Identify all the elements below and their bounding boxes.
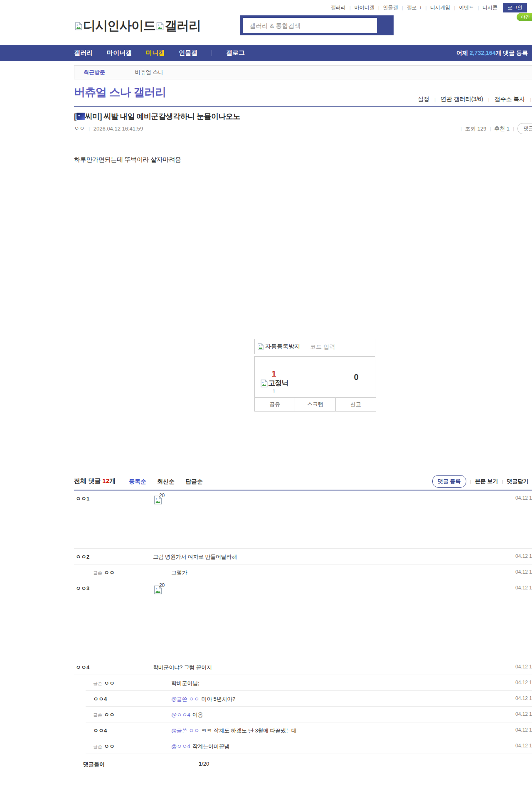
downvote-count: 0: [354, 372, 358, 382]
post-author[interactable]: ㅇㅇ: [74, 125, 85, 132]
recent-visit-gallery[interactable]: 버츄얼 스나: [135, 69, 164, 75]
register-comment-button[interactable]: 댓글 등록: [432, 475, 466, 488]
author-badge: 글쓴: [93, 681, 102, 686]
comment-nickname[interactable]: ㅇㅇ4: [93, 695, 107, 703]
close-comments-button[interactable]: 댓글닫기: [507, 478, 528, 485]
view-count: 조회 129: [465, 125, 486, 133]
main-nav-bar: 갤러리 마이너갤 미니갤 인물갤 갤로그 어제 2,732,164개 댓글 등록: [0, 45, 532, 61]
comment-text: 작계는이미끝냄: [192, 743, 230, 749]
recent-visit-label[interactable]: 최근방문: [84, 69, 105, 75]
comment-stats: 어제 2,732,164개 댓글 등록: [456, 45, 528, 61]
nav-item-gallog[interactable]: 갤로그: [226, 49, 245, 57]
comment-reply-row: 글쓴ㅇㅇ 학비군아님; 04.12 16:4: [86, 675, 532, 691]
related-galleries-link[interactable]: 연관 갤러리(3/6): [441, 96, 483, 103]
comment-paging: 댓글돌이 1/20: [74, 754, 532, 772]
comment-nickname[interactable]: 글쓴ㅇㅇ: [93, 680, 115, 687]
post-title: [씨미] 씨발 내일 예비군갈생각하니 눈물이나오노: [74, 111, 240, 121]
comment-row: ㅇㅇ3 20 04.12 16: [74, 580, 532, 659]
comments-section: 전체 댓글 12개 등록순 최신순 답글순 댓글 등록 본문 보기 댓글닫기 ㅇ…: [74, 476, 532, 772]
sort-by-replies[interactable]: 답글순: [185, 478, 203, 486]
post-meta-right: 조회 129 추천 1 댓글닫기: [461, 123, 532, 134]
view-post-button[interactable]: 본문 보기: [475, 478, 498, 485]
post-action-row: 공유 스크랩 신고: [254, 397, 376, 412]
post-header: [씨미] 씨발 내일 예비군갈생각하니 눈물이나오노 ㅇㅇ 2026.04.12…: [74, 111, 532, 137]
nav-item-minor[interactable]: 마이너갤: [107, 49, 132, 57]
util-link-gallog[interactable]: 갤로그: [406, 4, 421, 11]
author-badge: 글쓴: [93, 744, 102, 749]
breadcrumb: 최근방문 버츄얼 스나: [74, 65, 532, 79]
nav-item-gallery[interactable]: 갤러리: [74, 49, 93, 57]
upvote-button[interactable]: 1 고정닉 1: [255, 369, 293, 395]
comment-row: ㅇㅇ1 20 04.12 16: [74, 490, 532, 549]
gallery-links: 설정 연관 갤러리(3/6) 갤주소 복사 이용: [418, 96, 532, 103]
sort-by-newest[interactable]: 최신순: [157, 478, 175, 486]
captcha-box: 자동등록방지: [254, 339, 375, 354]
utility-nav: 갤러리 마이너갤 인물갤 갤로그 디시게임 이벤트 디시콘 로그인: [331, 3, 527, 12]
comment-timestamp: 04.12 16:4: [515, 711, 532, 717]
util-link-dcgame[interactable]: 디시게임: [430, 4, 450, 11]
post-category-icon: [76, 113, 85, 120]
util-link-minor-gallery[interactable]: 마이너갤: [355, 4, 374, 11]
comment-dccon-broken: 20: [153, 495, 163, 505]
comment-text: 학비군이냐? 그럼 끝이지: [153, 664, 212, 670]
comment-nickname[interactable]: 글쓴ㅇㅇ: [93, 743, 115, 750]
comment-timestamp: 04.12 16: [515, 664, 532, 670]
util-link-person-gallery[interactable]: 인물갤: [383, 4, 398, 11]
comment-page-indicator: 1/20: [199, 761, 209, 767]
comment-nickname[interactable]: ㅇㅇ2: [76, 553, 89, 561]
search-box: [240, 15, 394, 35]
broken-image-icon: [257, 343, 264, 350]
report-button[interactable]: 신고: [335, 397, 376, 412]
gallery-title[interactable]: 버츄얼 스나 갤러리: [74, 85, 166, 100]
vote-box: 1 고정닉 1 0: [254, 356, 375, 398]
nav-item-person[interactable]: 인물갤: [179, 49, 197, 57]
site-logo[interactable]: 디시인사이드 갤러리: [74, 17, 201, 35]
util-link-gallery[interactable]: 갤러리: [331, 4, 346, 11]
comments-total: 전체 댓글 12개: [74, 477, 116, 485]
author-badge: 글쓴: [93, 712, 102, 717]
sort-by-registered[interactable]: 등록순: [129, 478, 146, 486]
comment-mention: @글쓴 ㅇㅇ: [171, 696, 200, 702]
close-comments-pill[interactable]: 댓글닫기: [517, 123, 532, 134]
util-link-event[interactable]: 이벤트: [459, 4, 474, 11]
search-button[interactable]: [377, 15, 394, 35]
comment-nickname[interactable]: ㅇㅇ1: [76, 495, 89, 503]
comment-controls: 댓글 등록 본문 보기 댓글닫기: [432, 475, 532, 488]
comment-nickname[interactable]: 글쓴ㅇㅇ: [93, 569, 115, 577]
night-mode-toggle[interactable]: 야간 모드: [517, 13, 532, 21]
upvote-count: 1: [255, 369, 293, 378]
comment-reply-row: ㅇㅇ4 @글쓴 ㅇㅇ머야 5년차야? 04.12 16:4: [86, 691, 532, 707]
copy-url-link[interactable]: 갤주소 복사: [494, 96, 525, 103]
comment-nickname[interactable]: ㅇㅇ4: [76, 664, 89, 671]
comments-total-count: 12: [102, 477, 109, 484]
captcha-code-input[interactable]: [309, 343, 357, 350]
scrap-button[interactable]: 스크랩: [295, 397, 335, 412]
comment-paging-label: 댓글돌이: [83, 761, 105, 768]
comment-nickname[interactable]: ㅇㅇ4: [93, 727, 107, 734]
recommend-count: 추천 1: [494, 125, 510, 133]
comment-nickname[interactable]: ㅇㅇ3: [76, 585, 89, 592]
comment-text: 그럴가: [171, 569, 187, 576]
comment-timestamp: 04.12 16:4: [515, 695, 532, 701]
dccon-alt-text: 20: [159, 493, 165, 498]
nav-item-mini[interactable]: 미니갤: [146, 49, 165, 57]
comment-nickname[interactable]: 글쓴ㅇㅇ: [93, 711, 115, 719]
comment-timestamp: 04.12 16:4: [515, 569, 532, 575]
comment-reply-row: ㅇㅇ4 @글쓴 ㅇㅇㅋㅋ 작계도 하겠노 난 3월에 다끝냈는데 04.12 1…: [86, 722, 532, 738]
util-link-dccon[interactable]: 디시콘: [483, 4, 498, 11]
search-input[interactable]: [243, 22, 377, 29]
share-button[interactable]: 공유: [254, 397, 295, 412]
comment-row: ㅇㅇ4 학비군이냐? 그럼 끝이지 04.12 16: [74, 659, 532, 675]
broken-image-icon: [74, 22, 83, 31]
downvote-button[interactable]: 0: [344, 372, 369, 382]
captcha-image-alt: 자동등록방지: [265, 343, 300, 350]
settings-link[interactable]: 설정: [418, 96, 429, 103]
comment-stats-count: 2,732,164: [470, 49, 495, 56]
nav-divider: [212, 50, 212, 56]
gallery-header: 버츄얼 스나 갤러리 설정 연관 갤러리(3/6) 갤주소 복사 이용: [74, 84, 532, 107]
dccon-alt-text: 20: [159, 582, 165, 588]
comment-sort-options: 등록순 최신순 답글순: [129, 478, 203, 486]
comment-dccon-broken: 20: [153, 585, 163, 595]
login-button[interactable]: 로그인: [503, 3, 527, 12]
post-body-text: 하루만가면되는데 뚜벅이라 살자마려움: [74, 156, 181, 164]
